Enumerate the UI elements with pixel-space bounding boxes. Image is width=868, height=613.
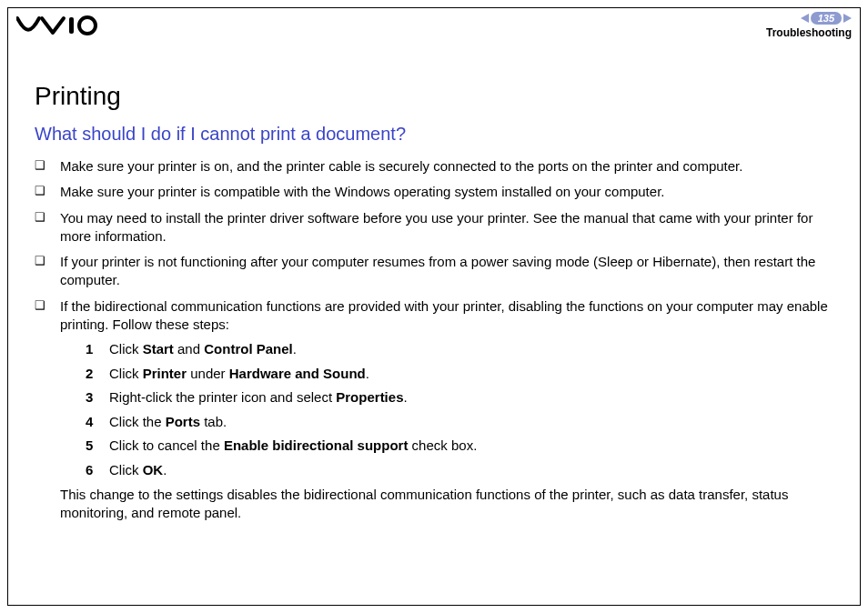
step-item: 2Click Printer under Hardware and Sound. (86, 364, 841, 385)
page-content: Printing What should I do if I cannot pr… (35, 82, 841, 530)
bullet-item: Make sure your printer is compatible wit… (35, 183, 841, 201)
bullet-item: Make sure your printer is on, and the pr… (35, 157, 841, 176)
vaio-logo (16, 15, 107, 35)
bullet-item: If the bidirectional communication funct… (35, 297, 841, 523)
step-item: 3Right-click the printer icon and select… (86, 387, 841, 408)
bullet-item: If your printer is not functioning after… (35, 253, 841, 290)
trailing-note: This change to the settings disables the… (60, 486, 841, 523)
svg-rect-0 (69, 17, 74, 34)
prev-page-arrow[interactable] (801, 14, 809, 23)
next-page-arrow[interactable] (843, 14, 852, 23)
bullet-list: Make sure your printer is on, and the pr… (35, 157, 841, 523)
svg-point-1 (79, 17, 96, 34)
section-link[interactable]: Troubleshooting (766, 26, 852, 39)
page-subtitle: What should I do if I cannot print a doc… (35, 124, 841, 145)
page-header: 135 Troubleshooting (7, 7, 861, 44)
bullet-item: You may need to install the printer driv… (35, 209, 841, 246)
step-item: 1Click Start and Control Panel. (86, 339, 841, 360)
step-item: 4Click the Ports tab. (86, 412, 841, 433)
bullet-text: If the bidirectional communication funct… (60, 298, 828, 332)
page-nav: 135 Troubleshooting (766, 12, 852, 39)
steps-list: 1Click Start and Control Panel. 2Click P… (60, 339, 841, 480)
page-number-badge: 135 (811, 12, 842, 25)
page-title: Printing (35, 82, 841, 111)
step-item: 6Click OK. (86, 460, 841, 481)
step-item: 5Click to cancel the Enable bidirectiona… (86, 436, 841, 457)
